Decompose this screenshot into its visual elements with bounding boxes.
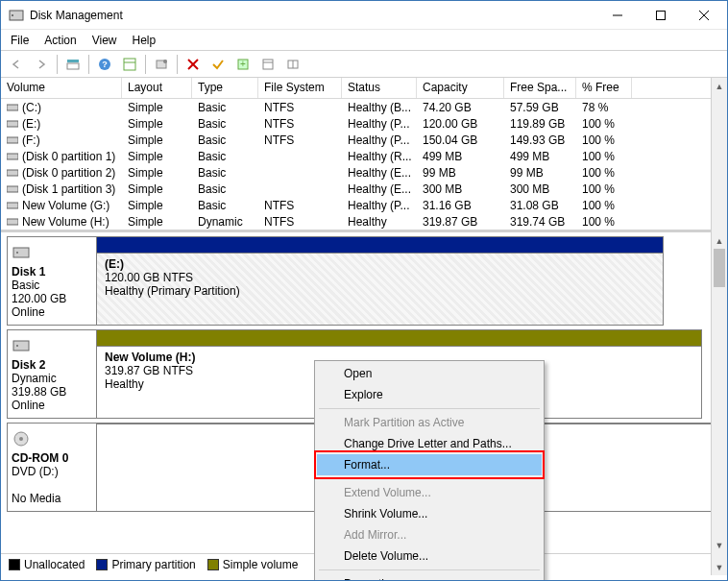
cell-type: Basic (192, 182, 258, 196)
col-volume[interactable]: Volume (1, 78, 122, 98)
col-status[interactable]: Status (342, 78, 417, 98)
list-scrollbar[interactable]: ▲ ▼ (711, 78, 727, 232)
cell-type: Basic (192, 150, 258, 163)
svg-rect-25 (7, 154, 18, 159)
window-title: Disk Management (30, 9, 595, 22)
partition-size: 120.00 GB NTFS (105, 271, 655, 284)
cell-pct: 100 % (576, 117, 632, 131)
context-item: Extend Volume... (317, 482, 542, 503)
properties-icon[interactable] (256, 54, 279, 75)
legend-label: Simple volume (223, 558, 299, 571)
legend-item: Simple volume (207, 558, 299, 571)
drive-icon (7, 167, 18, 179)
new-icon[interactable]: + (231, 54, 255, 75)
settings-icon[interactable] (118, 54, 141, 75)
volume-row[interactable]: New Volume (G:)SimpleBasicNTFSHealthy (P… (1, 197, 727, 213)
refresh-icon[interactable] (150, 54, 173, 75)
view-button[interactable] (61, 54, 85, 75)
maximize-button[interactable] (639, 1, 682, 29)
context-item[interactable]: Shrink Volume... (317, 503, 542, 524)
scroll-thumb[interactable] (714, 249, 725, 287)
col-fs[interactable]: File System (258, 78, 342, 98)
toolbar: ? + (1, 51, 727, 78)
context-item[interactable]: Format... (317, 454, 542, 475)
delete-icon[interactable] (182, 54, 205, 75)
col-free[interactable]: Free Spa... (504, 78, 576, 98)
cell-status: Healthy (B... (342, 101, 417, 114)
legend-swatch (9, 559, 20, 570)
cell-layout: Simple (122, 150, 192, 163)
context-item: Mark Partition as Active (317, 412, 542, 433)
minimize-button[interactable] (595, 1, 639, 29)
partition-name: (E:) (105, 257, 655, 271)
col-pct[interactable]: % Free (576, 78, 632, 98)
volume-name: (Disk 0 partition 1) (22, 150, 115, 163)
svg-rect-24 (7, 137, 18, 143)
check-icon[interactable] (206, 54, 230, 75)
legend-item: Primary partition (96, 558, 195, 571)
forward-button[interactable] (30, 54, 53, 75)
volume-row[interactable]: (E:)SimpleBasicNTFSHealthy (P...120.00 G… (1, 115, 727, 132)
partition-status: Healthy (Primary Partition) (105, 284, 655, 298)
scroll-up-icon[interactable]: ▲ (712, 232, 727, 249)
svg-point-1 (12, 14, 13, 16)
volume-row[interactable]: (Disk 0 partition 1)SimpleBasicHealthy (… (1, 148, 727, 164)
menu-file[interactable]: File (3, 31, 36, 50)
legend-label: Unallocated (24, 558, 85, 571)
svg-text:+: + (240, 59, 246, 69)
context-item[interactable]: Explore (317, 384, 542, 405)
cell-pct: 100 % (576, 133, 632, 147)
cell-free: 119.89 GB (504, 117, 576, 131)
volume-row[interactable]: (F:)SimpleBasicNTFSHealthy (P...150.04 G… (1, 132, 727, 148)
scroll-up-icon[interactable]: ▲ (712, 78, 727, 94)
volume-name: (E:) (22, 117, 40, 131)
close-button[interactable] (682, 1, 725, 29)
legend-item: Unallocated (9, 558, 85, 571)
menu-action[interactable]: Action (36, 31, 84, 50)
context-item[interactable]: Open (317, 363, 542, 384)
drive-icon (7, 134, 18, 146)
volume-name: (Disk 0 partition 2) (22, 166, 115, 180)
cell-fs: NTFS (258, 215, 342, 229)
legend-label: Primary partition (111, 558, 195, 571)
cell-pct: 100 % (576, 199, 632, 212)
volume-row[interactable]: (Disk 1 partition 3)SimpleBasicHealthy (… (1, 181, 727, 197)
list-icon[interactable] (281, 54, 304, 75)
volume-row[interactable]: (Disk 0 partition 2)SimpleBasicHealthy (… (1, 164, 727, 181)
scroll-down-icon[interactable]: ▼ (712, 537, 727, 553)
drive-icon (7, 102, 18, 113)
disk-label: Disk 2Dynamic319.88 GBOnline (7, 329, 97, 419)
menu-view[interactable]: View (85, 31, 125, 50)
context-item[interactable]: Delete Volume... (317, 545, 542, 567)
graph-scrollbar[interactable]: ▲ ▼ (711, 232, 727, 553)
volume-row[interactable]: New Volume (H:)SimpleDynamicNTFSHealthy3… (1, 213, 727, 230)
cell-status: Healthy (E... (342, 182, 417, 196)
cell-capacity: 150.04 GB (417, 133, 504, 147)
svg-rect-26 (7, 170, 18, 176)
disk-label: Disk 1Basic120.00 GBOnline (7, 236, 97, 326)
context-item[interactable]: Change Drive Letter and Paths... (317, 433, 542, 454)
menu-help[interactable]: Help (125, 31, 164, 50)
cell-capacity: 300 MB (417, 182, 504, 196)
back-button[interactable] (5, 54, 28, 75)
drive-icon (7, 151, 18, 162)
cell-fs: NTFS (258, 133, 342, 147)
context-item: Add Mirror... (317, 524, 542, 545)
legend-swatch (96, 559, 108, 570)
cell-capacity: 99 MB (417, 166, 504, 180)
cell-status: Healthy (P... (342, 199, 417, 212)
svg-point-35 (19, 437, 23, 441)
cell-free: 57.59 GB (504, 101, 576, 114)
col-capacity[interactable]: Capacity (417, 78, 504, 98)
cell-status: Healthy (R... (342, 150, 417, 163)
context-item[interactable]: Properties (317, 573, 542, 581)
help-icon[interactable]: ? (93, 54, 116, 75)
cell-free: 99 MB (504, 166, 576, 180)
context-menu: OpenExploreMark Partition as ActiveChang… (314, 360, 545, 581)
volume-list-body: (C:)SimpleBasicNTFSHealthy (B...74.20 GB… (1, 99, 727, 230)
partition-block[interactable]: (E:)120.00 GB NTFSHealthy (Primary Parti… (97, 253, 663, 325)
col-type[interactable]: Type (192, 78, 258, 98)
cell-layout: Simple (122, 182, 192, 196)
volume-row[interactable]: (C:)SimpleBasicNTFSHealthy (B...74.20 GB… (1, 99, 727, 115)
col-layout[interactable]: Layout (122, 78, 192, 98)
